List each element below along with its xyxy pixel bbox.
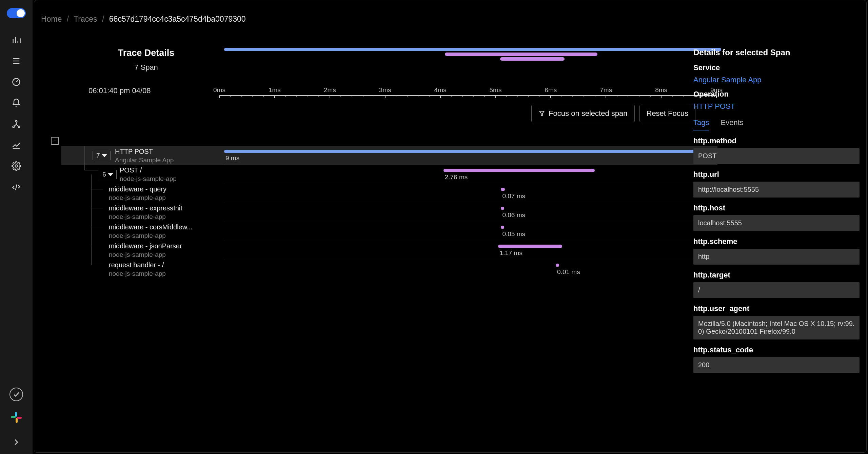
overview-bar-child (445, 53, 597, 56)
axis-tick-label: 6ms (545, 86, 557, 94)
breadcrumb: Home / Traces / 66c57d1794cc4c3a5c475d4b… (34, 0, 866, 24)
axis-tick-label: 4ms (434, 86, 447, 94)
tag-value[interactable]: / (693, 282, 860, 298)
bell-icon[interactable] (8, 95, 24, 111)
svg-marker-13 (102, 154, 107, 157)
breadcrumb-sep: / (102, 15, 104, 23)
span-duration-label: 2.76 ms (445, 173, 468, 181)
svg-rect-11 (17, 417, 22, 419)
focus-selected-button[interactable]: Focus on selected span (531, 105, 634, 122)
axis-tick-label: 0ms (213, 86, 225, 94)
span-duration-label: 0.07 ms (502, 192, 525, 200)
svg-point-7 (15, 165, 18, 167)
span-service: node-js-sample-app (109, 251, 166, 259)
span-name: request handler - / (109, 261, 164, 269)
axis-tick-label: 3ms (379, 86, 391, 94)
tab-events[interactable]: Events (721, 118, 743, 130)
svg-rect-10 (16, 418, 18, 423)
bar-chart-icon[interactable] (8, 32, 24, 48)
tag-value[interactable]: http (693, 249, 860, 265)
svg-marker-14 (108, 173, 113, 176)
details-heading: Details for selected Span (693, 48, 860, 57)
tag-value[interactable]: 200 (693, 357, 860, 373)
span-row[interactable]: middleware - expressInitnode-js-sample-a… (61, 203, 717, 222)
page-title: Trace Details (78, 48, 214, 58)
span-duration-label: 0.06 ms (502, 211, 525, 219)
reset-label: Reset Focus (647, 109, 689, 118)
axis-tick-label: 5ms (489, 86, 501, 94)
span-name: middleware - query (109, 185, 166, 193)
tag-key: http.target (693, 271, 860, 280)
svg-point-4 (16, 121, 17, 122)
tag-key: http.scheme (693, 237, 860, 246)
collapse-all-toggle[interactable]: − (51, 137, 59, 145)
dashboard-icon[interactable] (8, 74, 24, 90)
tag-value[interactable]: POST (693, 148, 860, 164)
span-row[interactable]: 6POST /node-js-sample-app2.76 ms (61, 165, 717, 184)
breadcrumb-home[interactable]: Home (41, 15, 62, 23)
span-service: node-js-sample-app (109, 194, 166, 202)
focus-label: Focus on selected span (549, 109, 627, 118)
breadcrumb-traces[interactable]: Traces (74, 15, 97, 23)
span-service: node-js-sample-app (109, 232, 166, 240)
span-name: POST / (120, 166, 142, 174)
operation-link[interactable]: HTTP POST (693, 102, 860, 111)
overview-bar-root (224, 48, 721, 51)
service-map-icon[interactable] (8, 116, 24, 132)
span-row[interactable]: request handler - /node-js-sample-app0.0… (61, 260, 717, 279)
span-children-badge[interactable]: 6 (99, 170, 117, 179)
ingest-icon[interactable] (8, 179, 24, 195)
axis-tick-label: 1ms (269, 86, 281, 94)
trace-timestamp: 06:01:40 pm 04/08 (88, 86, 151, 95)
span-service: Angular Sample App (115, 157, 174, 164)
svg-rect-8 (15, 412, 17, 417)
span-service: node-js-sample-app (109, 270, 166, 277)
svg-marker-12 (539, 111, 544, 116)
theme-toggle[interactable] (7, 8, 26, 18)
tab-tags[interactable]: Tags (693, 118, 709, 130)
expand-sidebar-icon[interactable] (11, 437, 21, 447)
span-children-badge[interactable]: 7 (93, 151, 111, 160)
line-chart-icon[interactable] (8, 137, 24, 153)
span-service: node-js-sample-app (109, 213, 166, 221)
tag-key: http.url (693, 170, 860, 179)
span-row[interactable]: middleware - jsonParsernode-js-sample-ap… (61, 241, 717, 260)
list-icon[interactable] (8, 53, 24, 69)
operation-label: Operation (693, 90, 860, 99)
trace-overview (224, 48, 721, 65)
tag-key: http.host (693, 204, 860, 212)
tag-key: http.user_agent (693, 304, 860, 313)
trace-details-header: Trace Details 7 Span (78, 48, 214, 72)
reset-focus-button[interactable]: Reset Focus (639, 105, 696, 122)
tag-value[interactable]: localhost:5555 (693, 215, 860, 231)
tag-value[interactable]: http://localhost:5555 (693, 182, 860, 198)
span-details-panel: Details for selected Span Service Angula… (693, 48, 860, 373)
span-service: node-js-sample-app (120, 175, 177, 183)
slack-icon[interactable] (10, 411, 22, 424)
span-duration-label: 0.01 ms (557, 268, 580, 276)
service-label: Service (693, 63, 860, 72)
span-name: HTTP POST (115, 148, 153, 156)
breadcrumb-current: 66c57d1794cc4c3a5c475d4ba0079300 (109, 15, 246, 23)
axis-tick-label: 2ms (324, 86, 336, 94)
service-link[interactable]: Angular Sample App (693, 76, 860, 84)
overview-bar-child (500, 57, 565, 61)
spans-waterfall: 7HTTP POSTAngular Sample App9 ms6POST /n… (61, 146, 717, 279)
span-row[interactable]: middleware - querynode-js-sample-app0.07… (61, 184, 717, 203)
main-content: Home / Traces / 66c57d1794cc4c3a5c475d4b… (34, 0, 867, 453)
focus-buttons-row: Focus on selected span Reset Focus (531, 105, 695, 122)
span-duration-label: 0.05 ms (502, 230, 525, 238)
svg-rect-9 (11, 416, 16, 418)
span-count: 7 Span (78, 63, 214, 72)
details-tabs: Tags Events (693, 118, 860, 130)
tag-value[interactable]: Mozilla/5.0 (Macintosh; Intel Mac OS X 1… (693, 316, 860, 339)
status-ok-icon[interactable] (9, 388, 23, 401)
span-row[interactable]: 7HTTP POSTAngular Sample App9 ms (61, 146, 717, 165)
tag-key: http.status_code (693, 346, 860, 354)
span-name: middleware - corsMiddlew... (109, 223, 193, 231)
axis-tick-label: 8ms (655, 86, 667, 94)
settings-icon[interactable] (8, 158, 24, 174)
span-row[interactable]: middleware - corsMiddlew...node-js-sampl… (61, 222, 717, 241)
span-name: middleware - jsonParser (109, 242, 182, 250)
span-duration-label: 9 ms (225, 154, 239, 162)
